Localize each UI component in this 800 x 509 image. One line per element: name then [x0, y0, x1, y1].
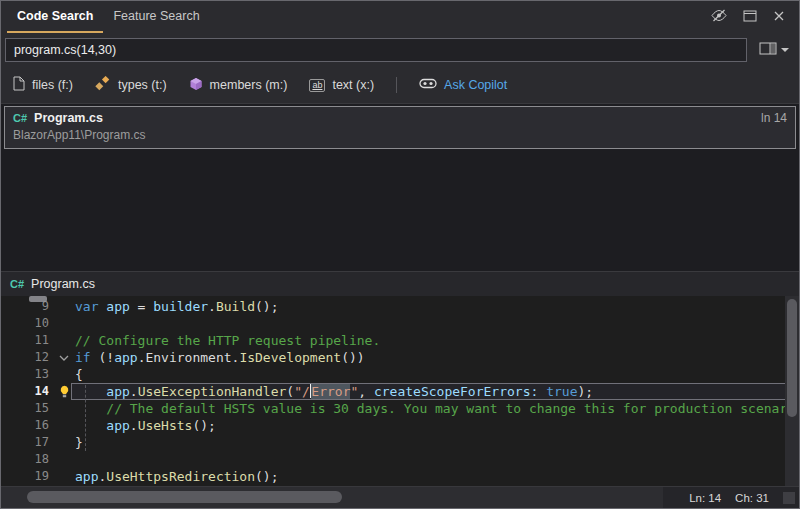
search-row: program.cs(14,30) [1, 33, 799, 67]
code-text: var app = builder.Build(); [75, 298, 799, 315]
code-line[interactable]: 18 [1, 451, 799, 468]
line-number[interactable]: 18 [1, 451, 53, 468]
line-indicator: Ln: 14 [689, 492, 721, 504]
code-line[interactable]: 11// Configure the HTTP request pipeline… [1, 332, 799, 349]
copilot-goggles-icon [419, 78, 437, 93]
vertical-scrollbar[interactable] [785, 296, 799, 486]
close-icon [773, 8, 785, 26]
code-line[interactable]: 10 [1, 315, 799, 332]
code-line[interactable]: 13{ [1, 366, 799, 383]
code-token: app [106, 299, 129, 314]
popout-window-button[interactable] [735, 1, 765, 33]
result-file-name: Program.cs [34, 111, 103, 125]
tab-label: Code Search [17, 9, 93, 23]
line-number[interactable]: 17 [1, 434, 53, 451]
line-number[interactable]: 12 [1, 349, 53, 366]
fold-chevron-icon[interactable] [53, 349, 75, 366]
code-token: // The default HSTS value is 30 days. Yo… [106, 401, 799, 416]
line-number[interactable]: 11 [1, 332, 53, 349]
line-number[interactable]: 14 [1, 383, 53, 400]
code-token: ); [577, 384, 593, 399]
search-input[interactable]: program.cs(14,30) [5, 38, 747, 62]
code-line[interactable]: 16 app.UseHsts(); [1, 417, 799, 434]
code-token: , [358, 384, 374, 399]
line-number[interactable]: 13 [1, 366, 53, 383]
indent-guide [85, 385, 86, 451]
code-token: ()) [341, 350, 364, 365]
tab-label: Feature Search [113, 9, 199, 23]
filter-toolbar: files (f:) types (t:) members (m:) ab te… [1, 67, 799, 104]
search-text: program.cs(14,30) [14, 43, 116, 57]
glyph-margin [53, 298, 75, 315]
search-result-item[interactable]: C# Program.cs ln 14 BlazorApp11\Program.… [4, 106, 796, 149]
code-line[interactable]: 15 // The default HSTS value is 30 days.… [1, 400, 799, 417]
code-token: app [114, 350, 137, 365]
code-token: UseExceptionHandler [138, 384, 287, 399]
window-icon [743, 8, 757, 26]
code-line[interactable]: 19app.UseHttpsRedirection(); [1, 468, 799, 485]
code-token [538, 384, 546, 399]
code-token: app [106, 418, 129, 433]
line-number[interactable]: 16 [1, 417, 53, 434]
code-token: var [75, 299, 98, 314]
code-token [75, 384, 106, 399]
code-line[interactable]: 12if (!app.Environment.IsDevelopment()) [1, 349, 799, 366]
code-token: UseHttpsRedirection [106, 469, 255, 484]
toolbar-separator [396, 77, 397, 93]
line-number[interactable]: 19 [1, 468, 53, 485]
code-text: } [75, 434, 799, 451]
ab-icon: ab [309, 79, 325, 92]
csharp-file-icon: C# [13, 112, 27, 124]
code-token: Error [311, 384, 350, 399]
glyph-margin [53, 332, 75, 349]
code-token: "/ [294, 384, 310, 399]
tab-feature-search[interactable]: Feature Search [103, 1, 209, 33]
code-line[interactable]: 17} [1, 434, 799, 451]
csharp-file-icon: C# [10, 278, 24, 290]
resize-corner [783, 492, 795, 504]
horizontal-scrollbar[interactable] [1, 487, 663, 508]
code-token: UseHsts [138, 418, 193, 433]
preview-layout-button[interactable] [753, 38, 795, 62]
code-token: . [208, 299, 216, 314]
close-button[interactable] [765, 1, 793, 33]
filter-text-button[interactable]: ab text (x:) [309, 78, 374, 92]
line-number[interactable]: 15 [1, 400, 53, 417]
code-token: (); [192, 418, 215, 433]
code-text: if (!app.Environment.IsDevelopment()) [75, 349, 799, 366]
code-search-window: Code Search Feature Search program.cs(14… [0, 0, 800, 509]
glyph-margin [53, 434, 75, 451]
code-token: . [130, 418, 138, 433]
code-line[interactable]: 14 app.UseExceptionHandler("/Error", cre… [1, 383, 799, 400]
glyph-margin [53, 451, 75, 468]
column-indicator: Ch: 31 [735, 492, 769, 504]
filter-label: files (f:) [32, 78, 73, 92]
line-number[interactable]: 10 [1, 315, 53, 332]
code-text: app.UseHsts(); [75, 417, 799, 434]
types-icon [95, 76, 111, 94]
filter-members-button[interactable]: members (m:) [189, 77, 288, 94]
toggle-preview-button[interactable] [703, 1, 735, 33]
chevron-down-icon [781, 48, 789, 52]
code-token: { [75, 367, 83, 382]
lightbulb-icon[interactable] [53, 383, 75, 400]
scrollbar-thumb[interactable] [27, 491, 342, 503]
glyph-margin [53, 400, 75, 417]
ask-copilot-button[interactable]: Ask Copilot [419, 78, 507, 93]
scrollbar-thumb[interactable] [787, 299, 797, 417]
tab-code-search[interactable]: Code Search [7, 1, 103, 33]
tab-bar: Code Search Feature Search [1, 1, 799, 33]
clipped-line-fragment [29, 296, 47, 302]
glyph-margin [53, 417, 75, 434]
filter-types-button[interactable]: types (t:) [95, 76, 167, 94]
filter-label: types (t:) [118, 78, 167, 92]
result-line-badge: ln 14 [761, 111, 787, 125]
code-token: // Configure the HTTP request pipeline. [75, 333, 380, 348]
code-line[interactable]: 9var app = builder.Build(); [1, 298, 799, 315]
panel-layout-icon [759, 41, 777, 59]
filter-files-button[interactable]: files (f:) [13, 76, 73, 94]
cube-icon [189, 77, 203, 94]
status-bar: Ln: 14 Ch: 31 [1, 486, 799, 508]
preview-title: Program.cs [31, 277, 95, 291]
code-token [75, 418, 106, 433]
